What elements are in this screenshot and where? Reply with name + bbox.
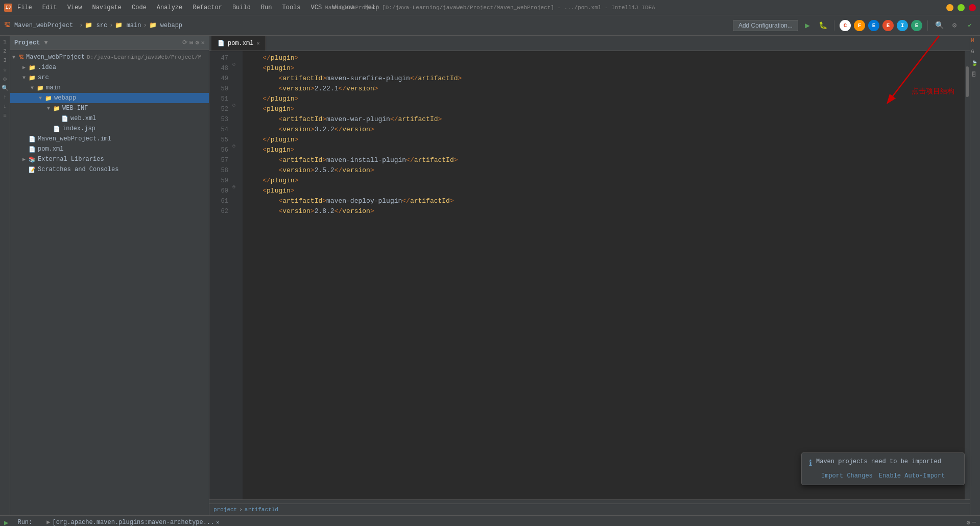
menu-refactor[interactable]: Refactor (190, 3, 224, 12)
fold-marker-52[interactable]: ⊖ (232, 102, 243, 112)
tab-pom-xml-close[interactable]: ✕ (256, 40, 259, 46)
line-numbers: 47 48 49 50 51 52 53 54 55 56 57 58 59 6… (209, 51, 232, 499)
editor-scrollbar[interactable] (965, 51, 970, 499)
app-icon: IJ (4, 4, 12, 12)
firefox-icon[interactable]: F (854, 20, 865, 31)
extlibs-icon: 📚 (29, 156, 36, 163)
enable-auto-import-link[interactable]: Enable Auto-Import (879, 472, 945, 480)
search-everywhere-button[interactable]: 🔍 (933, 19, 945, 32)
menu-analyze[interactable]: Analyze (155, 3, 184, 12)
bottom-minimize-icon[interactable]: — (972, 519, 976, 526)
panel-collapse-icon[interactable]: ⊟ (189, 39, 193, 46)
run-tab-close[interactable]: ✕ (216, 519, 219, 525)
nav-icon-8[interactable]: ↓ (1, 102, 9, 110)
scratches-icon: 📝 (29, 166, 36, 173)
breadcrumb-project[interactable]: project (213, 507, 237, 513)
scroll-thumb[interactable] (966, 66, 969, 97)
menu-view[interactable]: View (65, 3, 84, 12)
menu-navigate[interactable]: Navigate (90, 3, 124, 12)
webxml-icon: 📄 (61, 115, 68, 122)
code-line-55: </plugin> (247, 135, 961, 145)
maximize-button[interactable] (958, 4, 965, 11)
tree-item-scratches[interactable]: 📝 Scratches and Consoles (10, 164, 209, 175)
breadcrumb-artifactid[interactable]: artifactId (245, 507, 278, 513)
settings-button[interactable]: ⚙ (948, 19, 961, 32)
tree-item-main[interactable]: ▼ 📁 main (10, 83, 209, 93)
nav-icon-6[interactable]: 🔍 (1, 84, 9, 92)
right-icon-gradle[interactable]: G (971, 49, 979, 57)
tree-item-root[interactable]: ▼ 🏗 Maven_webProject D:/java-Learning/ja… (10, 52, 209, 62)
code-line-59: </plugin> (247, 176, 961, 186)
tree-item-iml[interactable]: 📄 Maven_webProject.iml (10, 134, 209, 144)
tab-pom-xml[interactable]: 📄 pom.xml ✕ (211, 36, 266, 51)
toolbar-right: Add Configuration... ▶ 🐛 C F E E I E 🔍 ⚙… (733, 19, 976, 32)
fold-marker-56[interactable]: ⊖ (232, 143, 243, 153)
breadcrumb: › 📁 src › 📁 main › 📁 webapp (79, 21, 182, 29)
panel-close-icon[interactable]: ✕ (201, 39, 205, 46)
vcs-button[interactable]: ✔ (964, 19, 976, 32)
right-icon-spring[interactable]: 🍃 (971, 60, 979, 68)
code-editor[interactable]: </plugin> <plugin> <artifactId>maven-sur… (243, 51, 965, 499)
menu-tools[interactable]: Tools (280, 3, 303, 12)
window-controls (946, 4, 976, 11)
tree-item-webapp[interactable]: ▼ 📁 webapp (10, 93, 209, 103)
line-num-62: 62 (209, 206, 228, 217)
menu-build[interactable]: Build (230, 3, 253, 12)
minimize-button[interactable] (946, 4, 953, 11)
nav-icon-1[interactable]: 1 (1, 38, 9, 46)
tree-item-webinf[interactable]: ▼ 📁 WEB-INF (10, 103, 209, 113)
tree-item-indexjsp[interactable]: 📄 index.jsp (10, 124, 209, 134)
nav-icon-3[interactable]: 3 (1, 56, 9, 64)
bottom-tab-maven-run[interactable]: ▶ [org.apache.maven.plugins:maven-archet… (41, 516, 224, 527)
menu-code[interactable]: Code (130, 3, 149, 12)
tree-arrow: ▼ (12, 55, 18, 60)
bottom-tab-run[interactable]: Run: (12, 516, 37, 527)
tree-item-extlibs[interactable]: ▶ 📚 External Libraries (10, 154, 209, 164)
menu-file[interactable]: File (15, 3, 34, 12)
right-sidebar-icons: M G 🍃 🗄 (970, 36, 980, 515)
panel-sync-icon[interactable]: ⟳ (182, 39, 187, 46)
run-play-icon[interactable]: ▶ (4, 518, 8, 526)
chrome-icon[interactable]: C (840, 20, 851, 31)
edge-dark-icon[interactable]: E (911, 20, 922, 31)
edge-red-icon[interactable]: E (882, 20, 894, 31)
code-line-58: <version>2.5.2</version> (247, 165, 961, 176)
fold-marker-60[interactable]: ⊖ (232, 184, 243, 194)
project-panel: Project ▼ ⟳ ⊟ ⚙ ✕ ▼ 🏗 Maven_webProject D… (10, 36, 209, 515)
menu-run[interactable]: Run (259, 3, 274, 12)
tree-label-idea: .idea (38, 64, 56, 71)
left-nav-icons: 1 2 3 ☆ ⚙ 🔍 ↑ ↓ ≡ (0, 36, 10, 515)
nav-icon-5[interactable]: ⚙ (1, 75, 9, 83)
pomxml-icon: 📄 (29, 146, 36, 153)
import-changes-link[interactable]: Import Changes (821, 472, 873, 480)
edge-blue-icon[interactable]: E (868, 20, 879, 31)
run-button[interactable]: ▶ (801, 19, 814, 32)
panel-icons: ⟳ ⊟ ⚙ ✕ (182, 39, 205, 46)
fold-marker-48[interactable]: ⊖ (232, 61, 243, 71)
nav-icon-2[interactable]: 2 (1, 47, 9, 55)
code-line-54: <version>3.2.2</version> (247, 125, 961, 135)
close-button[interactable] (969, 4, 976, 11)
main-toolbar: 🏗 Maven_webProject › 📁 src › 📁 main › 📁 … (0, 15, 980, 36)
nav-icon-4[interactable]: ☆ (1, 65, 9, 74)
tree-item-src[interactable]: ▼ 📁 src (10, 73, 209, 83)
panel-settings-icon[interactable]: ⚙ (196, 39, 199, 46)
editor-hscrollbar[interactable] (209, 499, 970, 504)
ie-icon[interactable]: I (897, 20, 908, 31)
bottom-panel: ▶ Run: ▶ [org.apache.maven.plugins:maven… (0, 515, 980, 526)
tree-item-idea[interactable]: ▶ 📁 .idea (10, 62, 209, 73)
webapp-folder-icon: 📁 (45, 95, 52, 102)
tree-item-webxml[interactable]: 📄 web.xml (10, 113, 209, 124)
tree-item-pomxml[interactable]: 📄 pom.xml (10, 144, 209, 154)
right-icon-maven[interactable]: M (971, 38, 979, 46)
menu-vcs[interactable]: VCS (309, 3, 324, 12)
add-configuration-button[interactable]: Add Configuration... (733, 20, 798, 31)
right-icon-db[interactable]: 🗄 (971, 71, 979, 80)
debug-button[interactable]: 🐛 (817, 19, 829, 32)
bottom-settings-icon[interactable]: ⚙ (967, 519, 970, 526)
menu-edit[interactable]: Edit (40, 3, 59, 12)
line-num-50: 50 (209, 84, 228, 94)
nav-icon-9[interactable]: ≡ (1, 111, 9, 119)
nav-icon-7[interactable]: ↑ (1, 93, 9, 101)
line-num-52: 52 (209, 104, 228, 114)
